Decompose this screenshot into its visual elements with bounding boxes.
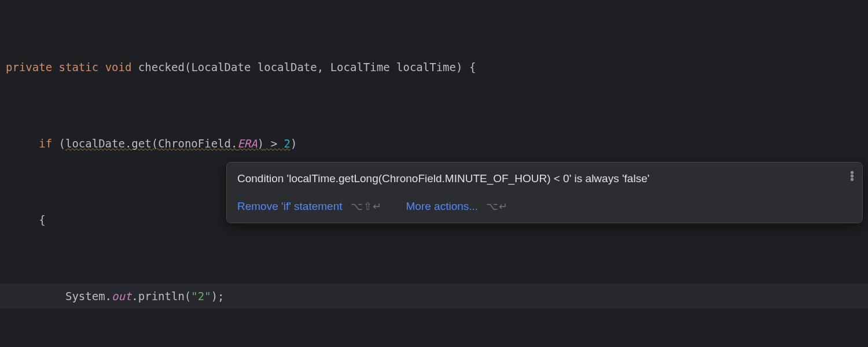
keyword-static: static — [59, 61, 99, 73]
brace: { — [39, 213, 45, 226]
code-line[interactable]: if (localDate.get(ChronoField.ERA) > 2) — [6, 131, 868, 156]
shortcut-label: ⌥⇧↵ — [351, 198, 382, 215]
param: localTime — [396, 61, 456, 73]
operator: > — [264, 137, 284, 150]
tooltip-actions: Remove 'if' statement ⌥⇧↵ More actions..… — [237, 198, 852, 215]
static-field: out — [112, 290, 131, 302]
expression-close: ) — [258, 137, 264, 150]
paren: ) — [290, 137, 297, 150]
code-line[interactable]: private static void checked(LocalDate lo… — [6, 54, 868, 80]
number: 2 — [284, 137, 290, 150]
method-name: checked — [138, 61, 185, 73]
warning-span[interactable]: localDate.get(ChronoField.ERA) > 2 — [65, 137, 290, 150]
class-ref: System. — [65, 290, 112, 302]
keyword-if: if — [39, 137, 52, 150]
shortcut-label: ⌥↵ — [486, 198, 508, 215]
close: ); — [211, 290, 225, 302]
expression: localDate.get(ChronoField. — [65, 137, 237, 150]
tooltip-message: Condition 'localTime.getLong(ChronoField… — [237, 171, 852, 187]
enum-constant: ERA — [237, 137, 257, 150]
paren: ( — [185, 61, 191, 73]
inspection-tooltip: ••• Condition 'localTime.getLong(ChronoF… — [226, 162, 863, 223]
brace: { — [462, 61, 476, 73]
quickfix-remove-if[interactable]: Remove 'if' statement — [237, 198, 343, 215]
code-line-caret[interactable]: System.out.println("2"); — [0, 283, 868, 309]
keyword-private: private — [6, 61, 52, 73]
more-icon[interactable]: ••• — [850, 171, 853, 181]
string-literal: "2" — [191, 290, 211, 302]
paren: ) — [456, 61, 462, 73]
comma: , — [317, 61, 330, 73]
more-actions-link[interactable]: More actions... — [406, 198, 479, 215]
paren: ( — [52, 137, 65, 150]
keyword-void: void — [105, 61, 132, 73]
type: LocalDate — [191, 61, 251, 73]
method-call: .println( — [131, 290, 191, 302]
param: localDate — [258, 61, 317, 73]
type: LocalTime — [330, 61, 390, 73]
